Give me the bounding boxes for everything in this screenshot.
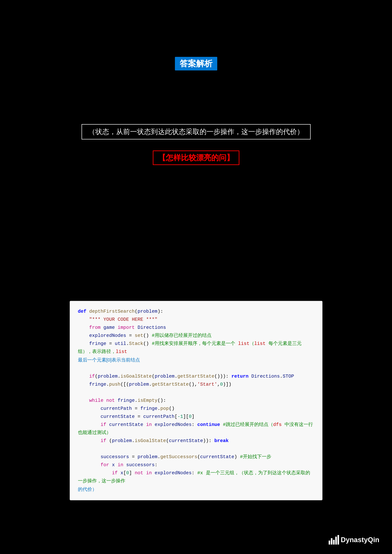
code-line-18: if x[0] not in exploredNodes: #x 是一个三元组，… (78, 469, 314, 485)
highlighted-title: 答案解析 (175, 57, 217, 70)
logo-bars (329, 535, 339, 545)
code-line-13: if currentState in exploredNodes: contin… (78, 421, 314, 437)
code-line-12: currentState = currentPath[-1][0] (78, 413, 314, 421)
red-highlighted-text: 【怎样比较漂亮的问】 (153, 151, 239, 165)
logo-qin: Qin (368, 536, 379, 544)
top-section: 答案解析 (0, 47, 392, 86)
logo-dynasty: Dynasty (341, 536, 368, 544)
code-section: def depthFirstSearch(problem): "*** YOUR… (0, 288, 392, 507)
code-line-10: while not fringe.isEmpty(): (78, 396, 314, 405)
code-line-16: successors = problem.getSuccessors(curre… (78, 453, 314, 461)
logo-text: DynastyQin (341, 536, 379, 544)
spacer-middle (0, 178, 392, 257)
bottom-logo: DynastyQin (329, 535, 379, 545)
code-line-7: if(problem.isGoalState(problem.getStartS… (78, 372, 314, 381)
chinese-description: （状态，从前一状态到达此状态采取的一步操作，这一步操作的代价） (82, 124, 311, 139)
logo-bar-4 (335, 537, 337, 545)
code-line-5: fringe = util.Stack() #用找来安排展开顺序，每个元素是一个… (78, 340, 314, 356)
code-line-11: currentPath = fringe.pop() (78, 405, 314, 413)
code-line-5b: 最后一个元素[0]表示当前结点 (78, 356, 314, 364)
chinese-text-section: （状态，从前一状态到达此状态采取的一步操作，这一步操作的代价） 【怎样比较漂亮的… (0, 86, 392, 178)
code-line-9 (78, 388, 314, 396)
code-block: def depthFirstSearch(problem): "*** YOUR… (70, 301, 322, 500)
code-line-15 (78, 445, 314, 453)
logo-bar-2 (331, 538, 332, 545)
top-empty-area (0, 0, 392, 47)
code-line-18b: 的代价） (78, 485, 314, 494)
code-line-14: if (problem.isGoalState(currentState)): … (78, 437, 314, 445)
page-container: 答案解析 （状态，从前一状态到达此状态采取的一步操作，这一步操作的代价） 【怎样… (0, 0, 392, 554)
code-line-8: fringe.push([(problem.getStartState(),'S… (78, 381, 314, 388)
code-line-3: from game import Directions (78, 324, 314, 332)
code-line-4: exploredNodes = set() #用以储存已经展开过的结点 (78, 332, 314, 340)
logo-bar-3 (333, 540, 335, 545)
logo-bar-5 (337, 535, 339, 545)
code-line-6 (78, 364, 314, 372)
logo-bar-1 (329, 540, 330, 545)
code-line-1: def depthFirstSearch(problem): (78, 307, 314, 316)
code-line-2: "*** YOUR CODE HERE ***" (78, 316, 314, 324)
code-line-17: for x in successors: (78, 461, 314, 469)
